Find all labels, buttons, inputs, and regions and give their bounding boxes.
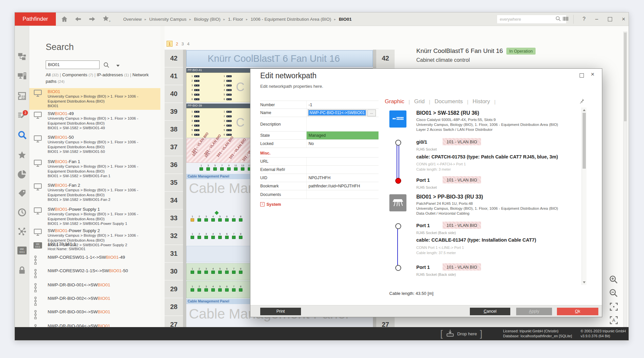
search-result[interactable]: NWP-DR-BIO-003<->SWBIO01 — [29, 308, 160, 318]
name-more-button[interactable]: ... — [367, 109, 376, 116]
rack-port[interactable]: 4 — [211, 232, 215, 239]
rack-port[interactable]: 4 — [211, 267, 215, 274]
rack-port[interactable]: 6 — [225, 267, 229, 274]
uid-value[interactable]: NPGJTHFH — [306, 174, 379, 182]
search-icon[interactable] — [555, 16, 561, 23]
form-section-system[interactable]: + System — [260, 200, 379, 208]
breadcrumb-item[interactable]: 1. Floor — [228, 17, 243, 22]
description-value[interactable] — [306, 117, 379, 131]
breadcrumb-item[interactable]: 1006 - Equipment Distribution Area (BIO) — [251, 17, 331, 22]
cancel-button[interactable]: Cancel — [470, 308, 510, 315]
dialog-tab-grid[interactable]: Grid — [414, 98, 425, 105]
reports-icon[interactable] — [17, 170, 27, 179]
rack-port[interactable]: 5 — [218, 267, 222, 274]
breadcrumb-item[interactable]: Overview — [123, 17, 142, 22]
search-filter[interactable]: IP-addresses — [97, 72, 124, 77]
dialog-tab-documents[interactable]: Documents — [434, 98, 463, 105]
search-result[interactable]: NWP-DR-BIO-004<->SWBIO01 — [29, 322, 160, 327]
search-result[interactable]: 192.0.0.1192.178.161.1Host Name: SWBIO01 — [29, 241, 160, 253]
expand-icon[interactable]: + — [260, 202, 264, 206]
favorite-add-icon[interactable]: + — [102, 15, 111, 23]
search-result[interactable]: SWBIO01-Fan 2University Campus > Biology… — [29, 182, 160, 203]
rack-port[interactable]: 7 — [220, 164, 224, 171]
dialog-maximize-icon[interactable] — [580, 73, 584, 78]
cable-title[interactable]: cable: CPATCH-01753 (type: Patch Cable C… — [416, 154, 558, 159]
search-query-input[interactable] — [46, 60, 100, 69]
fit-selection-icon[interactable] — [609, 302, 619, 313]
rack-port[interactable]: 6 — [225, 285, 229, 292]
extref-value[interactable] — [306, 166, 379, 174]
help-button[interactable]: ? — [583, 16, 586, 22]
floorplan-icon[interactable] — [17, 91, 27, 101]
search-options-caret-icon[interactable] — [116, 65, 120, 67]
rack-page-tab[interactable]: 1 — [167, 41, 172, 47]
print-button[interactable]: Print — [260, 308, 301, 315]
rack-port[interactable]: 3 — [206, 164, 210, 171]
state-value[interactable]: Managed — [306, 131, 379, 139]
search-result[interactable]: NWP-DR-BIO-001<->SWBIO01 — [29, 281, 160, 291]
rack-port[interactable]: 8 — [239, 285, 242, 292]
barcode-icon[interactable] — [563, 16, 568, 23]
search-result[interactable]: NWP-CORESW02-1-1S<->SWBIO01-50 — [29, 267, 160, 277]
rack-port[interactable]: 5 — [218, 285, 222, 292]
rack-port[interactable]: 6 — [225, 232, 229, 239]
url-value[interactable] — [306, 157, 379, 165]
rack-port[interactable]: 8 — [239, 267, 242, 274]
favorites-icon[interactable] — [17, 151, 27, 160]
rack-port[interactable]: 5 — [218, 232, 222, 239]
rack-port[interactable]: 5 — [213, 164, 217, 171]
dialog-close-icon[interactable]: × — [591, 71, 594, 78]
rack-port[interactable]: 4 — [211, 285, 215, 292]
rack-item-fan-unit[interactable]: Knürr CoolBlastT 6 Fan Unit 16 — [186, 50, 373, 67]
rack-port[interactable]: 7 — [232, 285, 236, 292]
rack-port[interactable]: 3 — [204, 232, 208, 239]
bookmark-value[interactable]: pathfinder://uid=NPGJTHFH — [306, 182, 379, 190]
pin-icon[interactable] — [578, 98, 585, 106]
rack-port[interactable]: 8 — [239, 232, 242, 239]
rack-port[interactable]: 1 — [191, 285, 194, 292]
rack-port[interactable]: 2 — [197, 285, 201, 292]
rack-port[interactable]: 4 — [211, 215, 215, 222]
search-result[interactable]: NWP-CORESW01-1-1<->SWBIO01-49 — [29, 254, 160, 264]
number-value[interactable]: -1 — [306, 101, 379, 108]
connector-circle[interactable] — [395, 140, 401, 146]
rack-port[interactable]: 6 — [225, 215, 229, 222]
dialog-tab-history[interactable]: History — [472, 98, 490, 105]
rack-port[interactable]: 13 — [241, 164, 244, 171]
minimize-button[interactable]: – — [595, 16, 598, 22]
components-icon[interactable] — [17, 72, 27, 81]
panel-scrollbar[interactable] — [623, 32, 627, 327]
dialog-tab-graphic[interactable]: Graphic — [385, 98, 404, 105]
graphic-scrollbar[interactable] — [582, 107, 586, 285]
rack-port[interactable]: 1 — [191, 215, 194, 222]
breadcrumb-item[interactable]: BIO01 — [339, 17, 352, 22]
rack-port[interactable]: 2 — [197, 232, 201, 239]
documents-value[interactable] — [306, 190, 379, 199]
path-node-title[interactable]: BIO01 > SW-1582 (RU 36) — [416, 110, 479, 116]
connector-circle[interactable] — [395, 265, 401, 271]
rack-page-tab[interactable]: 4 — [187, 41, 189, 46]
search-nav-icon[interactable] — [17, 130, 27, 139]
name-field[interactable]: NWP-PC-BIO-011<->SWBIO01... — [306, 109, 379, 117]
search-result[interactable]: SWBIO01-Power Supply 1University Campus … — [29, 206, 160, 227]
rack-port[interactable]: 3 — [204, 215, 208, 222]
label-tool-icon[interactable]: A — [609, 315, 619, 326]
close-button[interactable]: × — [622, 16, 625, 23]
tags-icon[interactable] — [17, 189, 27, 198]
connector-circle[interactable] — [395, 223, 401, 229]
patchpanel-device-icon[interactable] — [389, 194, 406, 211]
rack-port[interactable]: 9 — [227, 164, 231, 171]
security-icon[interactable] — [17, 266, 27, 275]
rack-port[interactable]: 1 — [191, 267, 194, 274]
cable-title[interactable]: cable: CCABLE-01347 (type: Installation … — [416, 237, 536, 243]
back-icon[interactable] — [75, 15, 82, 23]
drop-here-target[interactable]: [ Drop here ] — [440, 327, 482, 340]
rack-port[interactable]: 7 — [232, 232, 236, 239]
forward-icon[interactable] — [88, 15, 96, 23]
ok-button[interactable]: Ok — [557, 308, 598, 315]
search-result[interactable]: BIO01University Campus > Biology (BIO) >… — [29, 88, 160, 110]
connections-icon[interactable] — [17, 227, 27, 236]
search-submit-icon[interactable] — [103, 62, 110, 70]
connector-circle-connected[interactable] — [395, 178, 401, 184]
search-result[interactable]: NWP-DR-BIO-002<->SWBIO01 — [29, 295, 160, 305]
